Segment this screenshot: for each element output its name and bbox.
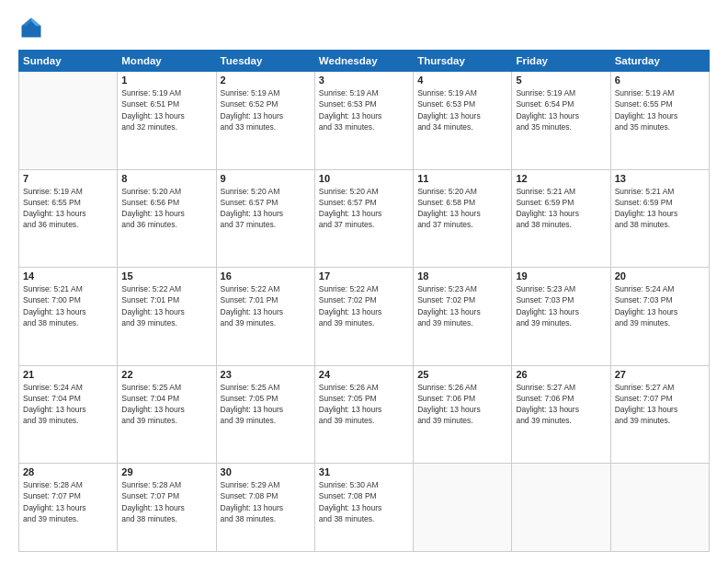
calendar-cell: 6Sunrise: 5:19 AM Sunset: 6:55 PM Daylig…: [610, 72, 709, 170]
calendar-cell: 3Sunrise: 5:19 AM Sunset: 6:53 PM Daylig…: [314, 72, 413, 170]
day-number: 3: [319, 75, 409, 86]
day-number: 31: [319, 466, 409, 477]
calendar-cell: 7Sunrise: 5:19 AM Sunset: 6:55 PM Daylig…: [19, 169, 118, 268]
day-number: 19: [516, 270, 606, 282]
calendar-cell: 26Sunrise: 5:27 AM Sunset: 7:06 PM Dayli…: [512, 365, 610, 464]
logo: [18, 15, 48, 40]
calendar-cell: [610, 464, 709, 552]
day-info: Sunrise: 5:20 AM Sunset: 6:57 PM Dayligh…: [221, 186, 311, 231]
day-number: 7: [23, 173, 113, 184]
day-info: Sunrise: 5:21 AM Sunset: 6:59 PM Dayligh…: [615, 186, 705, 231]
week-row-2: 7Sunrise: 5:19 AM Sunset: 6:55 PM Daylig…: [19, 169, 710, 268]
day-info: Sunrise: 5:29 AM Sunset: 7:08 PM Dayligh…: [221, 479, 311, 524]
calendar-cell: 21Sunrise: 5:24 AM Sunset: 7:04 PM Dayli…: [19, 365, 118, 464]
day-number: 2: [221, 75, 311, 86]
day-number: 29: [121, 466, 211, 477]
calendar-cell: 5Sunrise: 5:19 AM Sunset: 6:54 PM Daylig…: [512, 72, 610, 170]
weekday-header-sunday: Sunday: [19, 51, 118, 72]
day-info: Sunrise: 5:19 AM Sunset: 6:53 PM Dayligh…: [417, 87, 507, 132]
day-number: 21: [23, 369, 113, 380]
calendar-cell: 19Sunrise: 5:23 AM Sunset: 7:03 PM Dayli…: [512, 268, 610, 366]
week-row-3: 14Sunrise: 5:21 AM Sunset: 7:00 PM Dayli…: [19, 268, 710, 366]
weekday-header-monday: Monday: [118, 51, 216, 72]
calendar-cell: 31Sunrise: 5:30 AM Sunset: 7:08 PM Dayli…: [314, 464, 413, 552]
week-row-5: 28Sunrise: 5:28 AM Sunset: 7:07 PM Dayli…: [19, 464, 710, 552]
day-info: Sunrise: 5:24 AM Sunset: 7:04 PM Dayligh…: [23, 382, 113, 427]
calendar-cell: 8Sunrise: 5:20 AM Sunset: 6:56 PM Daylig…: [118, 169, 216, 268]
calendar-cell: 13Sunrise: 5:21 AM Sunset: 6:59 PM Dayli…: [610, 169, 709, 268]
day-number: 13: [615, 173, 705, 184]
calendar-cell: 1Sunrise: 5:19 AM Sunset: 6:51 PM Daylig…: [118, 72, 216, 170]
day-number: 16: [221, 270, 311, 282]
calendar-cell: 18Sunrise: 5:23 AM Sunset: 7:02 PM Dayli…: [414, 268, 512, 366]
day-info: Sunrise: 5:26 AM Sunset: 7:05 PM Dayligh…: [319, 382, 409, 427]
calendar-cell: [414, 464, 512, 552]
calendar-cell: 28Sunrise: 5:28 AM Sunset: 7:07 PM Dayli…: [19, 464, 118, 552]
day-info: Sunrise: 5:22 AM Sunset: 7:01 PM Dayligh…: [121, 283, 211, 328]
calendar-cell: 17Sunrise: 5:22 AM Sunset: 7:02 PM Dayli…: [314, 268, 413, 366]
day-number: 14: [23, 270, 113, 282]
day-number: 28: [23, 466, 113, 477]
day-number: 22: [121, 369, 211, 380]
day-number: 6: [615, 75, 705, 86]
day-number: 5: [516, 75, 606, 86]
day-info: Sunrise: 5:19 AM Sunset: 6:53 PM Dayligh…: [319, 87, 409, 132]
day-number: 27: [615, 369, 705, 380]
week-row-4: 21Sunrise: 5:24 AM Sunset: 7:04 PM Dayli…: [19, 365, 710, 464]
page: SundayMondayTuesdayWednesdayThursdayFrid…: [0, 0, 728, 563]
day-info: Sunrise: 5:28 AM Sunset: 7:07 PM Dayligh…: [121, 479, 211, 524]
calendar-cell: 10Sunrise: 5:20 AM Sunset: 6:57 PM Dayli…: [314, 169, 413, 268]
day-number: 9: [221, 173, 311, 184]
day-info: Sunrise: 5:23 AM Sunset: 7:02 PM Dayligh…: [417, 283, 507, 328]
day-info: Sunrise: 5:21 AM Sunset: 7:00 PM Dayligh…: [23, 283, 113, 328]
calendar-cell: 9Sunrise: 5:20 AM Sunset: 6:57 PM Daylig…: [216, 169, 314, 268]
calendar-cell: 14Sunrise: 5:21 AM Sunset: 7:00 PM Dayli…: [19, 268, 118, 366]
day-info: Sunrise: 5:20 AM Sunset: 6:56 PM Dayligh…: [121, 186, 211, 231]
calendar-cell: [19, 72, 118, 170]
day-info: Sunrise: 5:27 AM Sunset: 7:06 PM Dayligh…: [516, 382, 606, 427]
calendar-cell: 12Sunrise: 5:21 AM Sunset: 6:59 PM Dayli…: [512, 169, 610, 268]
day-info: Sunrise: 5:19 AM Sunset: 6:54 PM Dayligh…: [516, 87, 606, 132]
calendar-cell: 11Sunrise: 5:20 AM Sunset: 6:58 PM Dayli…: [414, 169, 512, 268]
calendar-table: SundayMondayTuesdayWednesdayThursdayFrid…: [18, 50, 710, 552]
calendar-cell: 29Sunrise: 5:28 AM Sunset: 7:07 PM Dayli…: [118, 464, 216, 552]
calendar-cell: 24Sunrise: 5:26 AM Sunset: 7:05 PM Dayli…: [314, 365, 413, 464]
day-info: Sunrise: 5:19 AM Sunset: 6:55 PM Dayligh…: [23, 186, 113, 231]
week-row-1: 1Sunrise: 5:19 AM Sunset: 6:51 PM Daylig…: [19, 72, 710, 170]
header: [18, 15, 710, 40]
day-number: 24: [319, 369, 409, 380]
day-info: Sunrise: 5:23 AM Sunset: 7:03 PM Dayligh…: [516, 283, 606, 328]
day-number: 15: [121, 270, 211, 282]
day-number: 18: [417, 270, 507, 282]
day-info: Sunrise: 5:20 AM Sunset: 6:58 PM Dayligh…: [417, 186, 507, 231]
calendar-cell: 23Sunrise: 5:25 AM Sunset: 7:05 PM Dayli…: [216, 365, 314, 464]
calendar-cell: 27Sunrise: 5:27 AM Sunset: 7:07 PM Dayli…: [610, 365, 709, 464]
weekday-header-tuesday: Tuesday: [216, 51, 314, 72]
day-number: 26: [516, 369, 606, 380]
calendar-cell: [512, 464, 610, 552]
weekday-header-saturday: Saturday: [610, 51, 709, 72]
day-info: Sunrise: 5:19 AM Sunset: 6:52 PM Dayligh…: [221, 87, 311, 132]
day-number: 10: [319, 173, 409, 184]
day-number: 25: [417, 369, 507, 380]
day-info: Sunrise: 5:21 AM Sunset: 6:59 PM Dayligh…: [516, 186, 606, 231]
calendar-cell: 30Sunrise: 5:29 AM Sunset: 7:08 PM Dayli…: [216, 464, 314, 552]
day-number: 20: [615, 270, 705, 282]
day-info: Sunrise: 5:19 AM Sunset: 6:55 PM Dayligh…: [615, 87, 705, 132]
logo-icon: [18, 15, 44, 40]
day-info: Sunrise: 5:19 AM Sunset: 6:51 PM Dayligh…: [121, 87, 211, 132]
day-number: 23: [221, 369, 311, 380]
weekday-header-friday: Friday: [512, 51, 610, 72]
day-info: Sunrise: 5:22 AM Sunset: 7:02 PM Dayligh…: [319, 283, 409, 328]
day-number: 30: [221, 466, 311, 477]
day-number: 4: [417, 75, 507, 86]
weekday-header-wednesday: Wednesday: [314, 51, 413, 72]
day-number: 1: [121, 75, 211, 86]
weekday-header-thursday: Thursday: [414, 51, 512, 72]
day-info: Sunrise: 5:25 AM Sunset: 7:05 PM Dayligh…: [221, 382, 311, 427]
calendar-cell: 25Sunrise: 5:26 AM Sunset: 7:06 PM Dayli…: [414, 365, 512, 464]
day-info: Sunrise: 5:26 AM Sunset: 7:06 PM Dayligh…: [417, 382, 507, 427]
day-number: 12: [516, 173, 606, 184]
day-info: Sunrise: 5:27 AM Sunset: 7:07 PM Dayligh…: [615, 382, 705, 427]
weekday-header-row: SundayMondayTuesdayWednesdayThursdayFrid…: [19, 51, 710, 72]
